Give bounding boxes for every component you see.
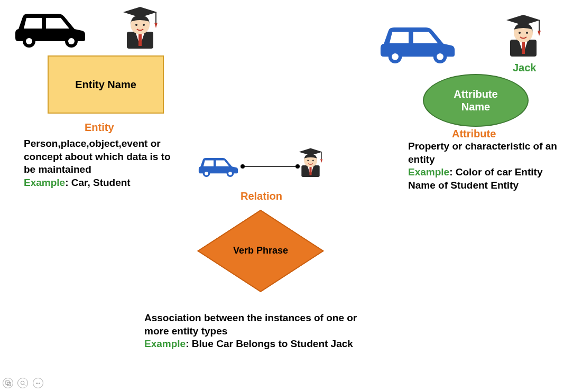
svg-rect-9 (137, 11, 143, 14)
svg-point-51 (39, 382, 40, 384)
student-icon-1 (119, 3, 161, 52)
svg-point-19 (241, 164, 245, 169)
svg-point-3 (68, 38, 75, 44)
relation-description: Association between the instances of one… (144, 312, 357, 337)
svg-point-29 (307, 160, 309, 162)
relation-line (241, 164, 304, 169)
relation-diamond-label: Verb Phrase (233, 245, 288, 257)
more-icon[interactable] (33, 378, 43, 388)
svg-rect-40 (521, 19, 526, 22)
attribute-example-label: Example (408, 166, 449, 178)
car-blue-small-icon (195, 151, 242, 182)
svg-point-17 (228, 172, 232, 175)
svg-point-47 (21, 381, 24, 384)
svg-marker-28 (320, 159, 322, 163)
attribute-title: Attribute (452, 128, 496, 140)
relation-example-label: Example (144, 338, 186, 349)
svg-point-44 (526, 32, 528, 34)
attribute-description-block: Property or characteristic of an entity … (408, 140, 561, 192)
svg-marker-42 (538, 31, 541, 36)
entity-description-block: Person,place,object,event or concept abo… (24, 137, 177, 190)
attribute-name-label: Jack (513, 62, 537, 74)
svg-point-49 (36, 382, 37, 384)
zoom-icon[interactable] (17, 378, 28, 388)
svg-point-30 (312, 160, 314, 162)
attribute-ellipse: Attribute Name (423, 74, 529, 127)
entity-box-label: Entity Name (75, 79, 136, 91)
attribute-description: Property or characteristic of an entity (408, 141, 557, 165)
entity-box: Entity Name (48, 55, 164, 114)
copy-icon[interactable] (3, 378, 13, 388)
entity-example-label: Example (24, 177, 65, 188)
relation-example-text: : Blue Car Belongs to Student Jack (186, 338, 353, 349)
svg-point-32 (392, 53, 399, 60)
svg-point-12 (135, 24, 137, 26)
car-black-icon (8, 5, 93, 50)
entity-title: Entity (85, 122, 114, 134)
svg-line-48 (24, 384, 25, 386)
relation-diamond: Verb Phrase (208, 211, 313, 291)
svg-point-50 (38, 382, 39, 384)
svg-rect-37 (522, 41, 525, 54)
student-icon-2 (296, 145, 325, 180)
relation-title: Relation (241, 190, 282, 202)
svg-marker-11 (154, 23, 158, 28)
entity-example-text: : Car, Student (65, 177, 131, 188)
entity-description: Person,place,object,event or concept abo… (24, 138, 171, 175)
car-blue-icon (370, 18, 465, 66)
svg-point-13 (143, 24, 145, 26)
attribute-ellipse-label: Attribute Name (454, 88, 497, 113)
svg-point-43 (519, 32, 521, 34)
svg-point-15 (205, 172, 208, 175)
bottom-controls (3, 378, 45, 388)
relation-description-block: Association between the instances of one… (144, 312, 372, 351)
svg-rect-26 (309, 151, 312, 153)
svg-point-1 (26, 38, 32, 44)
svg-point-34 (437, 53, 443, 60)
student-icon-3 (502, 11, 544, 60)
svg-rect-6 (138, 33, 142, 46)
svg-rect-23 (309, 166, 311, 175)
